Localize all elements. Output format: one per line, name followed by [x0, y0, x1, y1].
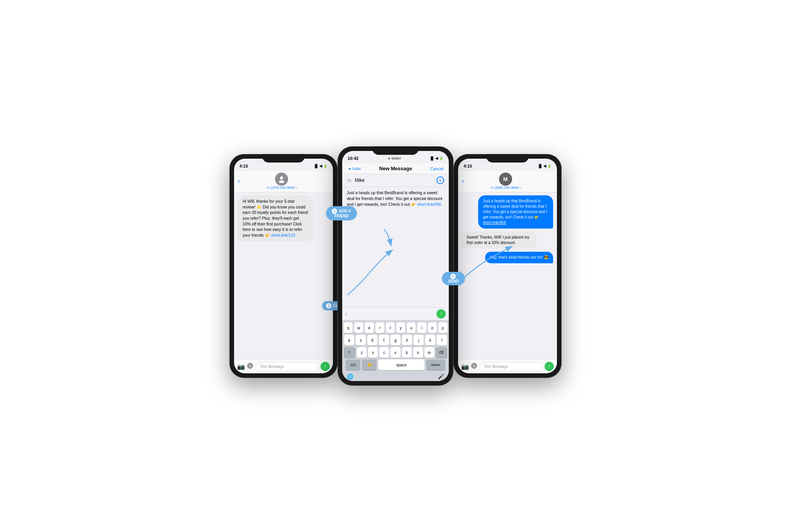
time-center: 10:42 [348, 156, 358, 161]
nav-center-left: +1 (470) 260-8602 › [241, 173, 321, 190]
time-right: 4:15 [463, 164, 472, 168]
key-d[interactable]: d [367, 335, 377, 346]
key-l[interactable]: l [437, 335, 447, 346]
svg-point-1 [279, 180, 284, 183]
center-nav: ◄ Safari New Message Cancel [342, 163, 449, 174]
avatar-left [275, 173, 288, 186]
key-r[interactable]: r [375, 322, 384, 333]
right-phone: 4:15 ▐▌ ◀ 🔋 ‹ M +1 (508) 255-3844 › [453, 154, 562, 378]
time-left: 4:15 [239, 164, 248, 168]
sent-bubble-right-2: Hey, that's what friends are for! 😎 [485, 252, 553, 263]
key-w[interactable]: w [354, 322, 363, 333]
key-f[interactable]: f [379, 335, 389, 346]
key-space[interactable]: space [378, 359, 424, 370]
cancel-btn[interactable]: Cancel [430, 166, 443, 171]
key-s[interactable]: s [356, 335, 366, 346]
to-field: To: Mike + [342, 174, 449, 187]
key-n[interactable]: n [413, 347, 423, 358]
key-return[interactable]: return [426, 359, 445, 370]
avatar-right: M [499, 173, 512, 186]
compose-link[interactable]: short.link/456 [417, 202, 441, 207]
received-bubble-left: Hi Will, thanks for your 5-star review! … [238, 195, 313, 241]
add-recipient-btn[interactable]: + [436, 176, 444, 184]
left-phone: 4:15 ▐▌ ◀ 🔋 ‹ +1 (470) 260-8602 › [229, 154, 338, 378]
phone-inner-left: 4:15 ▐▌ ◀ 🔋 ‹ +1 (470) 260-8602 › [234, 159, 333, 373]
camera-icon-right[interactable]: 📷 [461, 363, 469, 370]
key-q[interactable]: q [344, 322, 353, 333]
key-x[interactable]: x [368, 347, 378, 358]
app-icon-right[interactable]: 🅐 [471, 363, 477, 370]
contact-number-right[interactable]: +1 (508) 255-3844 › [490, 186, 521, 190]
key-o[interactable]: o [428, 322, 437, 333]
key-u[interactable]: u [407, 322, 416, 333]
key-row-3: ⇧ z x c v b n m ⌫ [344, 347, 447, 358]
keyboard: q w e r t y u i o p a s d f g h [342, 320, 449, 381]
status-icons-center: ▐▌ ◀ 🔋 [429, 156, 443, 160]
received-bubble-right-1: Sweet! Thanks, Will! I just placed my fi… [462, 232, 537, 249]
key-a[interactable]: a [344, 335, 354, 346]
key-g[interactable]: g [390, 335, 401, 346]
safari-back[interactable]: ◄ Safari [348, 167, 361, 171]
input-bar-right: 📷 🅐 Text Message ↑ [458, 359, 557, 373]
center-phone: 10:42 ◄ Safari ▐▌ ◀ 🔋 ◄ Safari New Messa… [338, 146, 453, 386]
compose-send-btn[interactable]: ↑ [436, 309, 446, 319]
phone-inner-right: 4:15 ▐▌ ◀ 🔋 ‹ M +1 (508) 255-3844 › [458, 159, 557, 373]
svg-point-0 [280, 176, 283, 180]
key-v[interactable]: v [390, 347, 400, 358]
notch-right [486, 154, 529, 163]
key-p[interactable]: p [438, 322, 447, 333]
link-left[interactable]: short.link/123 [271, 233, 295, 237]
scene: 4:15 ▐▌ ◀ 🔋 ‹ +1 (470) 260-8602 › [206, 146, 585, 386]
new-message-title: New Message [379, 166, 412, 171]
key-k[interactable]: k [425, 335, 435, 346]
key-row-2: a s d f g h j k l [344, 335, 447, 346]
nav-bar-right: ‹ M +1 (508) 255-3844 › [458, 171, 557, 192]
key-delete[interactable]: ⌫ [436, 347, 447, 358]
status-icons-left: ▐▌ ◀ 🔋 [314, 164, 328, 168]
compose-toolbar: › ↑ [342, 307, 449, 320]
key-123[interactable]: 123 [346, 359, 360, 370]
app-icon-left[interactable]: 🅐 [247, 363, 253, 370]
messages-area-right: Just a heads up that BestBrand is offeri… [458, 192, 557, 359]
to-value[interactable]: Mike [355, 178, 434, 183]
key-row-1: q w e r t y u i o p [344, 322, 447, 333]
key-h[interactable]: h [402, 335, 412, 346]
phone-inner-center: 10:42 ◄ Safari ▐▌ ◀ 🔋 ◄ Safari New Messa… [342, 151, 449, 381]
notch-center [372, 146, 419, 155]
back-icon-left[interactable]: ‹ [238, 178, 240, 185]
message-compose[interactable]: Just a heads up that BestBrand is offeri… [342, 187, 449, 307]
key-b[interactable]: b [402, 347, 412, 358]
camera-icon-left[interactable]: 📷 [237, 363, 245, 370]
key-row-bottom: 123 😊 space return [344, 359, 447, 370]
nav-center-right: M +1 (508) 255-3844 › [465, 173, 545, 190]
contact-number-left[interactable]: +1 (470) 260-8602 › [266, 186, 297, 190]
notch-left [262, 154, 305, 163]
key-shift[interactable]: ⇧ [344, 347, 355, 358]
key-c[interactable]: c [379, 347, 389, 358]
text-input-right[interactable]: Text Message [480, 362, 542, 371]
key-e[interactable]: e [365, 322, 373, 333]
nav-bar-left: ‹ +1 (470) 260-8602 › [234, 171, 333, 192]
back-icon-right[interactable]: ‹ [462, 178, 464, 185]
send-btn-right[interactable]: ↑ [545, 362, 554, 371]
key-z[interactable]: z [357, 347, 367, 358]
mic-icon[interactable]: 🎤 [438, 373, 444, 380]
messages-area-left: Hi Will, thanks for your 5-star review! … [234, 192, 333, 359]
text-input-left[interactable]: Text Message [256, 362, 318, 371]
key-emoji[interactable]: 😊 [362, 359, 377, 370]
globe-icon[interactable]: 🌐 [347, 373, 353, 380]
chevron-right-icon[interactable]: › [345, 311, 347, 317]
send-btn-left[interactable]: ↑ [321, 362, 330, 371]
key-j[interactable]: j [414, 335, 424, 346]
key-y[interactable]: y [396, 322, 405, 333]
emoji-bar: 🌐 🎤 [344, 372, 447, 380]
key-m[interactable]: m [424, 347, 434, 358]
key-t[interactable]: t [386, 322, 395, 333]
input-bar-left: 📷 🅐 Text Message ↑ [234, 359, 333, 373]
sent-bubble-right-1: Just a heads up that BestBrand is offeri… [478, 195, 553, 229]
status-icons-right: ▐▌ ◀ 🔋 [538, 164, 552, 168]
link-right[interactable]: short.link/456 [483, 220, 506, 225]
to-label: To: [347, 178, 353, 183]
key-i[interactable]: i [417, 322, 426, 333]
